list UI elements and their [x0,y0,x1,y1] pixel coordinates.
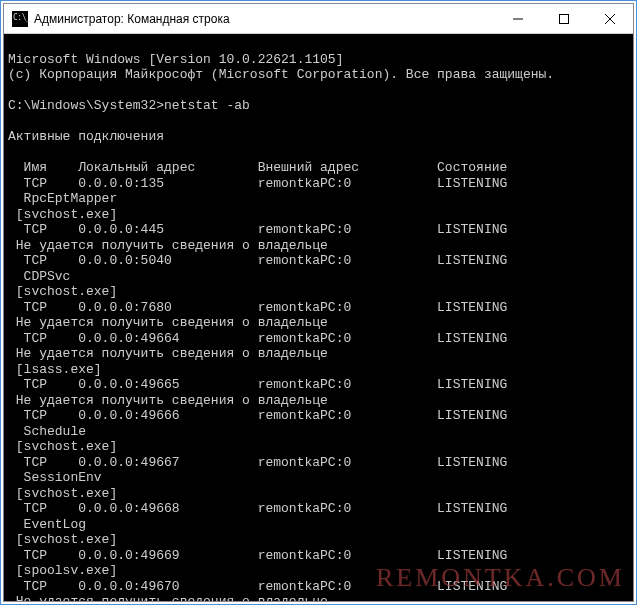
prompt-command: netstat -ab [164,98,250,113]
minimize-button[interactable] [495,4,541,33]
cmd-window: Администратор: Командная строка Microsof… [3,3,634,602]
close-button[interactable] [587,4,633,33]
header-line-1: Microsoft Windows [Version 10.0.22621.11… [8,52,343,67]
maximize-button[interactable] [541,4,587,33]
prompt-prefix: C:\Windows\System32> [8,98,164,113]
section-title: Активные подключения [8,129,164,144]
svg-rect-1 [560,14,569,23]
window-controls [495,4,633,33]
header-line-2: (c) Корпорация Майкрософт (Microsoft Cor… [8,67,554,82]
terminal-output[interactable]: Microsoft Windows [Version 10.0.22621.11… [4,34,633,601]
cmd-icon [12,11,28,27]
window-title: Администратор: Командная строка [34,12,495,26]
prompt-line: C:\Windows\System32>netstat -ab [8,98,250,113]
column-header: Имя Локальный адрес Внешний адрес Состоя… [8,160,507,175]
netstat-rows: TCP 0.0.0.0:135 remontkaPC:0 LISTENING R… [8,176,629,602]
titlebar[interactable]: Администратор: Командная строка [4,4,633,34]
